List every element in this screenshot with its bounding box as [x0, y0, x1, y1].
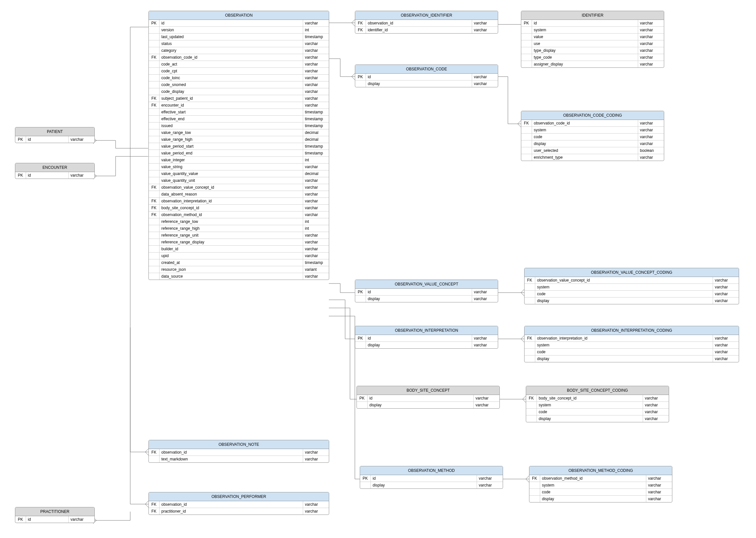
entity-fields-observation_method_coding: FKobservation_method_idvarcharsystemvarc… [529, 475, 672, 502]
key-cell: PK [360, 475, 370, 482]
key-cell [149, 116, 159, 123]
type-cell: varchar [472, 27, 498, 33]
field-cell: assigner_display [532, 61, 638, 68]
key-cell [526, 415, 537, 422]
type-cell: timestamp [303, 116, 329, 123]
type-cell: varchar [69, 172, 94, 179]
type-cell: timestamp [303, 150, 329, 157]
key-cell [149, 68, 159, 75]
field-cell: issued [159, 123, 303, 130]
key-cell [529, 489, 540, 496]
key-cell [526, 408, 537, 415]
entity-fields-body_site_concept_coding: FKbody_site_concept_idvarcharsystemvarch… [526, 395, 669, 422]
type-cell: boolean [638, 147, 664, 154]
table-row: PKidvarchar [360, 475, 503, 482]
field-cell: display [532, 140, 638, 147]
type-cell: varchar [713, 335, 739, 342]
key-cell [525, 284, 535, 291]
table-row: FKpractitioner_idvarchar [149, 508, 329, 515]
field-cell: value_period_end [159, 150, 303, 157]
type-cell: varchar [646, 489, 672, 496]
field-cell: effective_end [159, 116, 303, 123]
type-cell: varchar [303, 102, 329, 109]
entity-observation-note: OBSERVATION_NOTE FKobservation_idvarchar… [149, 440, 329, 463]
type-cell: varchar [472, 342, 498, 349]
entity-header: OBSERVATION [149, 11, 329, 20]
field-cell: value_quantity_value [159, 170, 303, 177]
field-cell: id [366, 289, 472, 296]
field-cell: display [366, 342, 472, 349]
table-row: FKobservation_code_idvarchar [149, 54, 329, 61]
key-cell: FK [525, 335, 535, 342]
key-cell [149, 239, 159, 246]
field-cell: id [370, 475, 477, 482]
key-cell: PK [521, 20, 532, 27]
type-cell: varchar [303, 198, 329, 205]
field-cell: value [532, 33, 638, 40]
field-cell: observation_method_id [159, 211, 303, 218]
key-cell [149, 246, 159, 252]
field-cell: id [26, 516, 69, 523]
key-cell [521, 61, 532, 68]
type-cell: varchar [646, 496, 672, 503]
type-cell: varchar [713, 277, 739, 284]
key-cell [149, 109, 159, 116]
field-cell: system [532, 127, 638, 134]
field-cell: system [540, 482, 646, 489]
type-cell: varchar [638, 20, 664, 27]
type-cell: varchar [303, 88, 329, 95]
key-cell: PK [15, 516, 26, 523]
entity-fields-encounter: PKidvarchar [15, 172, 94, 179]
key-cell [521, 127, 532, 134]
key-cell [149, 33, 159, 40]
type-cell: varchar [472, 335, 498, 342]
table-row: FKobservation_idvarchar [149, 501, 329, 508]
key-cell: FK [355, 20, 366, 27]
field-cell: builder_id [159, 246, 303, 252]
key-cell [521, 40, 532, 47]
field-cell: value_string [159, 164, 303, 170]
type-cell: varchar [303, 239, 329, 246]
field-cell: value_period_start [159, 143, 303, 150]
type-cell: varchar [303, 47, 329, 54]
key-cell: PK [15, 136, 26, 143]
table-row: value_range_highdecimal [149, 136, 329, 143]
table-row: text_markdownvarchar [149, 456, 329, 463]
table-row: created_attimestamp [149, 259, 329, 266]
table-row: PKidvarchar [15, 172, 94, 179]
key-cell [355, 81, 366, 87]
entity-fields-observation_interpretation_coding: FKobservation_interpretation_idvarcharsy… [525, 335, 739, 362]
field-cell: resource_json [159, 266, 303, 273]
type-cell: varchar [713, 355, 739, 362]
key-cell [529, 496, 540, 503]
table-row: systemvarchar [529, 482, 672, 489]
key-cell [360, 482, 370, 489]
field-cell: observation_value_concept_id [159, 184, 303, 191]
table-row: FKobservation_method_idvarchar [529, 475, 672, 482]
key-cell: FK [149, 205, 159, 211]
entity-fields-identifier: PKidvarcharsystemvarcharvaluevarcharusev… [521, 20, 664, 68]
key-cell [149, 81, 159, 88]
key-cell: PK [149, 20, 159, 27]
table-row: FKbody_site_concept_idvarchar [149, 205, 329, 211]
entity-fields-observation_performer: FKobservation_idvarcharFKpractitioner_id… [149, 501, 329, 514]
entity-fields-observation_note: FKobservation_idvarchartext_markdownvarc… [149, 449, 329, 462]
type-cell: varchar [643, 395, 669, 402]
field-cell: display [366, 81, 472, 87]
entity-header: OBSERVATION_METHOD [360, 466, 503, 475]
type-cell: varchar [303, 40, 329, 47]
key-cell: FK [149, 508, 159, 515]
field-cell: code [535, 291, 713, 297]
table-row: systemvarchar [526, 402, 669, 408]
entity-header: BODY_SITE_CONCEPT [357, 386, 499, 395]
key-cell [525, 297, 535, 304]
key-cell [525, 291, 535, 297]
field-cell: body_site_concept_id [159, 205, 303, 211]
type-cell: varchar [303, 61, 329, 68]
field-cell: id [367, 395, 473, 402]
key-cell: PK [355, 289, 366, 296]
entity-header: OBSERVATION_VALUE_CONCEPT_CODING [525, 268, 739, 277]
table-row: displayvarchar [529, 496, 672, 503]
key-cell [521, 27, 532, 33]
field-cell: observation_code_id [532, 120, 638, 127]
